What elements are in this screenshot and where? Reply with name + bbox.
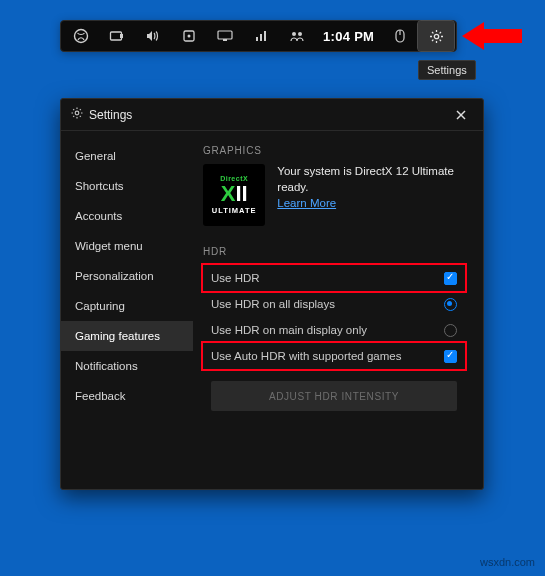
sidebar-item-capturing[interactable]: Capturing bbox=[61, 291, 193, 321]
settings-tooltip: Settings bbox=[418, 60, 476, 80]
svg-line-30 bbox=[73, 116, 74, 117]
svg-point-23 bbox=[75, 111, 79, 115]
directx-badge: DirectX XII ULTIMATE bbox=[203, 164, 265, 226]
use-hdr-all-radio[interactable] bbox=[444, 298, 457, 311]
svg-line-29 bbox=[80, 116, 81, 117]
graphics-card: DirectX XII ULTIMATE Your system is Dire… bbox=[203, 164, 465, 226]
social-icon[interactable] bbox=[279, 21, 315, 51]
svg-rect-6 bbox=[223, 39, 227, 41]
xbox-icon[interactable] bbox=[63, 21, 99, 51]
widgets-icon[interactable] bbox=[207, 21, 243, 51]
svg-rect-1 bbox=[111, 32, 122, 40]
svg-point-14 bbox=[434, 34, 438, 38]
svg-line-22 bbox=[439, 32, 440, 33]
capture-icon[interactable] bbox=[99, 21, 135, 51]
clock: 1:04 PM bbox=[315, 29, 382, 44]
svg-rect-7 bbox=[256, 37, 258, 41]
hdr-section-label: HDR bbox=[203, 246, 465, 257]
sidebar-item-widget-menu[interactable]: Widget menu bbox=[61, 231, 193, 261]
svg-rect-5 bbox=[218, 31, 232, 39]
svg-point-0 bbox=[75, 30, 88, 43]
use-hdr-main-radio[interactable] bbox=[444, 324, 457, 337]
sidebar-item-gaming-features[interactable]: Gaming features bbox=[61, 321, 193, 351]
auto-hdr-label: Use Auto HDR with supported games bbox=[211, 350, 401, 362]
svg-point-4 bbox=[188, 35, 191, 38]
svg-point-10 bbox=[292, 32, 296, 36]
svg-line-21 bbox=[432, 39, 433, 40]
use-hdr-all-row[interactable]: Use HDR on all displays bbox=[203, 291, 465, 317]
settings-button[interactable] bbox=[418, 21, 454, 51]
game-bar: 1:04 PM bbox=[60, 20, 457, 52]
svg-line-20 bbox=[439, 39, 440, 40]
sidebar-item-accounts[interactable]: Accounts bbox=[61, 201, 193, 231]
use-hdr-label: Use HDR bbox=[211, 272, 260, 284]
graphics-message: Your system is DirectX 12 Ultimate ready… bbox=[277, 164, 465, 195]
audio-icon[interactable] bbox=[135, 21, 171, 51]
auto-hdr-row[interactable]: Use Auto HDR with supported games bbox=[203, 343, 465, 369]
use-hdr-checkbox[interactable] bbox=[444, 272, 457, 285]
learn-more-link[interactable]: Learn More bbox=[277, 197, 336, 209]
sidebar-item-personalization[interactable]: Personalization bbox=[61, 261, 193, 291]
svg-rect-8 bbox=[260, 34, 262, 41]
svg-rect-2 bbox=[120, 34, 123, 38]
use-hdr-main-label: Use HDR on main display only bbox=[211, 324, 367, 336]
svg-line-31 bbox=[80, 109, 81, 110]
titlebar: Settings bbox=[61, 99, 483, 131]
watermark: wsxdn.com bbox=[480, 556, 535, 568]
settings-sidebar: General Shortcuts Accounts Widget menu P… bbox=[61, 131, 193, 489]
svg-rect-9 bbox=[264, 31, 266, 41]
settings-window: Settings General Shortcuts Accounts Widg… bbox=[60, 98, 484, 490]
use-hdr-row[interactable]: Use HDR bbox=[203, 265, 465, 291]
svg-line-28 bbox=[73, 109, 74, 110]
resources-icon[interactable] bbox=[171, 21, 207, 51]
auto-hdr-checkbox[interactable] bbox=[444, 350, 457, 363]
sidebar-item-general[interactable]: General bbox=[61, 141, 193, 171]
sidebar-item-notifications[interactable]: Notifications bbox=[61, 351, 193, 381]
adjust-hdr-button[interactable]: ADJUST HDR INTENSITY bbox=[211, 381, 457, 411]
graphics-section-label: GRAPHICS bbox=[203, 145, 465, 156]
mouse-icon[interactable] bbox=[382, 21, 418, 51]
svg-point-11 bbox=[298, 32, 302, 36]
settings-content: GRAPHICS DirectX XII ULTIMATE Your syste… bbox=[193, 131, 483, 489]
close-button[interactable] bbox=[449, 104, 473, 126]
performance-icon[interactable] bbox=[243, 21, 279, 51]
use-hdr-main-row[interactable]: Use HDR on main display only bbox=[203, 317, 465, 343]
sidebar-item-feedback[interactable]: Feedback bbox=[61, 381, 193, 411]
sidebar-item-shortcuts[interactable]: Shortcuts bbox=[61, 171, 193, 201]
svg-line-19 bbox=[432, 32, 433, 33]
use-hdr-all-label: Use HDR on all displays bbox=[211, 298, 335, 310]
callout-arrow bbox=[462, 22, 522, 50]
gear-icon bbox=[71, 107, 83, 122]
window-title: Settings bbox=[89, 108, 132, 122]
